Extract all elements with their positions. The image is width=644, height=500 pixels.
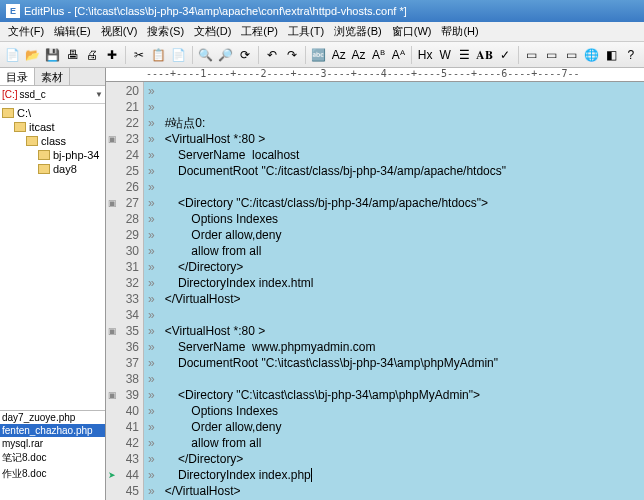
menu-item[interactable]: 编辑(E) [50, 22, 95, 41]
code-line[interactable]: » ServerName www.phpmyadmin.com [144, 339, 644, 355]
code-line[interactable]: » <VirtualHost *:80 > [144, 323, 644, 339]
line-number: 39 [106, 387, 143, 403]
toolbar-button[interactable]: 🖨 [83, 46, 101, 64]
code-line[interactable]: » ServerName localhost [144, 147, 644, 163]
window-title: EditPlus - [C:\itcast\class\bj-php-34\am… [24, 5, 407, 17]
code-line[interactable]: » <Directory "C:\itcast\class\bj-php-34\… [144, 387, 644, 403]
code-content[interactable]: » » » #站点0:» <VirtualHost *:80 >» Server… [144, 82, 644, 500]
code-line[interactable]: » #站点0: [144, 115, 644, 131]
tree-item[interactable]: itcast [0, 120, 105, 134]
tree-item[interactable]: bj-php-34 [0, 148, 105, 162]
line-number: 40 [106, 403, 143, 419]
menu-item[interactable]: 窗口(W) [388, 22, 436, 41]
line-number: 43 [106, 451, 143, 467]
toolbar-button[interactable]: 🔎 [217, 46, 235, 64]
code-line[interactable]: » <Directory "C:/itcast/class/bj-php-34/… [144, 195, 644, 211]
toolbar-button[interactable]: ◧ [602, 46, 620, 64]
line-number: 22 [106, 115, 143, 131]
menu-item[interactable]: 工具(T) [284, 22, 328, 41]
toolbar-button[interactable]: 𝐀𝐁 [476, 46, 494, 64]
code-line[interactable]: » [144, 179, 644, 195]
code-line[interactable]: » DocumentRoot "C:/itcast/class/bj-php-3… [144, 163, 644, 179]
code-line[interactable]: » </VirtualHost> [144, 483, 644, 499]
code-line[interactable]: » </Directory> [144, 259, 644, 275]
folder-icon [2, 108, 14, 118]
menu-item[interactable]: 搜索(S) [143, 22, 188, 41]
code-area[interactable]: 2021222324252627282930313233343536373839… [106, 82, 644, 500]
code-line[interactable]: » </VirtualHost> [144, 291, 644, 307]
tree-item[interactable]: day8 [0, 162, 105, 176]
toolbar-button[interactable]: ⟳ [236, 46, 254, 64]
line-number: 32 [106, 275, 143, 291]
toolbar-button[interactable]: 📂 [24, 46, 42, 64]
toolbar-button[interactable]: W [436, 46, 454, 64]
toolbar-button[interactable]: 🔍 [197, 46, 215, 64]
tree-item[interactable]: class [0, 134, 105, 148]
line-number: 42 [106, 435, 143, 451]
menu-item[interactable]: 视图(V) [97, 22, 142, 41]
toolbar-button[interactable]: ✂ [130, 46, 148, 64]
menu-item[interactable]: 文件(F) [4, 22, 48, 41]
file-item[interactable]: fenten_chazhao.php [0, 424, 105, 437]
line-number: 24 [106, 147, 143, 163]
toolbar-button[interactable]: 📄 [4, 46, 22, 64]
toolbar-button[interactable]: ✓ [496, 46, 514, 64]
code-line[interactable]: » [144, 307, 644, 323]
toolbar-button[interactable]: ✚ [103, 46, 121, 64]
code-line[interactable]: » allow from all [144, 243, 644, 259]
toolbar-button[interactable]: 📋 [150, 46, 168, 64]
drive-selector[interactable]: [C:] ssd_c ▼ [0, 86, 105, 104]
toolbar-button[interactable]: ↶ [263, 46, 281, 64]
code-line[interactable]: » </Directory> [144, 451, 644, 467]
line-number: 21 [106, 99, 143, 115]
menu-item[interactable]: 工程(P) [237, 22, 282, 41]
menu-item[interactable]: 浏览器(B) [330, 22, 386, 41]
toolbar-button[interactable]: Az [350, 46, 368, 64]
main-area: 目录素材 [C:] ssd_c ▼ C:\itcastclassbj-php-3… [0, 68, 644, 500]
code-line[interactable]: » <VirtualHost *:80 > [144, 131, 644, 147]
line-number: 35 [106, 323, 143, 339]
toolbar-button[interactable]: ↷ [283, 46, 301, 64]
code-line[interactable]: » Order allow,deny [144, 419, 644, 435]
code-line[interactable]: » DocumentRoot "C:\itcast\class\bj-php-3… [144, 355, 644, 371]
toolbar-button[interactable]: ☰ [456, 46, 474, 64]
tree-label: itcast [29, 121, 55, 133]
toolbar-button[interactable]: Aᴬ [389, 46, 407, 64]
code-line[interactable]: » [144, 83, 644, 99]
toolbar-button[interactable]: 💾 [44, 46, 62, 64]
code-line[interactable]: » Options Indexes [144, 403, 644, 419]
toolbar-button[interactable]: ▭ [562, 46, 580, 64]
file-item[interactable]: day7_zuoye.php [0, 411, 105, 424]
toolbar-button[interactable]: ▭ [523, 46, 541, 64]
file-item[interactable]: 笔记8.doc [0, 450, 105, 466]
line-number: 25 [106, 163, 143, 179]
code-line[interactable]: » DirectoryIndex index.php [144, 467, 644, 483]
toolbar-button[interactable]: Az [330, 46, 348, 64]
toolbar-button[interactable]: Aᴮ [370, 46, 388, 64]
toolbar-button[interactable]: ? [622, 46, 640, 64]
code-line[interactable]: » Order allow,deny [144, 227, 644, 243]
sidebar-tab[interactable]: 目录 [0, 68, 35, 85]
sidebar-tab[interactable]: 素材 [35, 68, 70, 85]
menu-item[interactable]: 文档(D) [190, 22, 235, 41]
toolbar-button[interactable]: 🔤 [310, 46, 328, 64]
code-line[interactable]: » [144, 371, 644, 387]
folder-icon [38, 150, 50, 160]
toolbar-button[interactable]: Hx [416, 46, 434, 64]
code-line[interactable]: » [144, 99, 644, 115]
toolbar-button[interactable]: 🌐 [582, 46, 600, 64]
menubar: 文件(F)编辑(E)视图(V)搜索(S)文档(D)工程(P)工具(T)浏览器(B… [0, 22, 644, 42]
file-item[interactable]: 作业8.doc [0, 466, 105, 482]
tree-item[interactable]: C:\ [0, 106, 105, 120]
code-line[interactable]: » Options Indexes [144, 211, 644, 227]
code-line[interactable]: » allow from all [144, 435, 644, 451]
file-item[interactable]: mysql.rar [0, 437, 105, 450]
menu-item[interactable]: 帮助(H) [437, 22, 482, 41]
toolbar-button[interactable]: ▭ [543, 46, 561, 64]
toolbar-button[interactable]: 📄 [170, 46, 188, 64]
toolbar-button[interactable]: 🖶 [64, 46, 82, 64]
dropdown-icon: ▼ [95, 90, 103, 99]
line-number: 27 [106, 195, 143, 211]
code-line[interactable]: » DirectoryIndex index.html [144, 275, 644, 291]
folder-tree: C:\itcastclassbj-php-34day8 [0, 104, 105, 410]
